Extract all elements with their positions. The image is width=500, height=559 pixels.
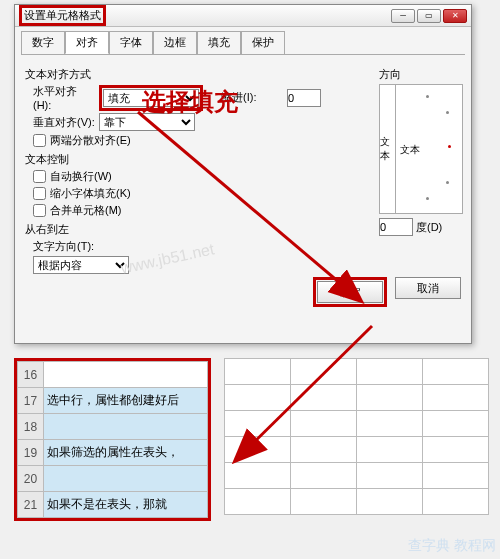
cell[interactable] (44, 414, 208, 440)
tab-number[interactable]: 数字 (21, 31, 65, 54)
vertical-align-label: 垂直对齐(V): (33, 115, 95, 130)
watermark-corner: 查字典 教程网 (408, 537, 496, 555)
indent-stepper[interactable] (287, 89, 321, 107)
close-icon[interactable]: ✕ (443, 9, 467, 23)
cell[interactable]: 选中行，属性都创建好后 (44, 388, 208, 414)
maximize-icon[interactable]: ▭ (417, 9, 441, 23)
ok-button[interactable]: 确定 (317, 281, 383, 303)
text-direction-select[interactable]: 根据内容 (33, 256, 129, 274)
row-header[interactable]: 17 (18, 388, 44, 414)
format-cells-dialog: 设置单元格格式 ─ ▭ ✕ 数字 对齐 字体 边框 填充 保护 文本对齐方式 水… (14, 4, 472, 344)
row-header[interactable]: 20 (18, 466, 44, 492)
cell[interactable] (44, 362, 208, 388)
row-header[interactable]: 16 (18, 362, 44, 388)
tab-fill[interactable]: 填充 (197, 31, 241, 54)
horizontal-align-label: 水平对齐(H): (33, 84, 95, 111)
orientation-degree-stepper[interactable] (379, 218, 413, 236)
merge-cells-checkbox[interactable] (33, 204, 46, 217)
orientation-group: 方向 文本 文本 度(D) (379, 63, 463, 236)
orientation-dial[interactable]: 文本 文本 (379, 84, 463, 214)
row-header[interactable]: 18 (18, 414, 44, 440)
cell[interactable]: 如果筛选的属性在表头， (44, 440, 208, 466)
tab-font[interactable]: 字体 (109, 31, 153, 54)
dialog-title: 设置单元格格式 (19, 5, 106, 26)
row-header[interactable]: 21 (18, 492, 44, 518)
minimize-icon[interactable]: ─ (391, 9, 415, 23)
cell[interactable] (44, 466, 208, 492)
tab-strip: 数字 对齐 字体 边框 填充 保护 (15, 27, 471, 54)
tab-border[interactable]: 边框 (153, 31, 197, 54)
cancel-button[interactable]: 取消 (395, 277, 461, 299)
spreadsheet-extra (224, 358, 489, 515)
tab-alignment[interactable]: 对齐 (65, 31, 109, 54)
shrink-to-fit-checkbox[interactable] (33, 187, 46, 200)
text-direction-label: 文字方向(T): (33, 239, 95, 254)
wrap-text-checkbox[interactable] (33, 170, 46, 183)
cell[interactable]: 如果不是在表头，那就 (44, 492, 208, 518)
annotation-select-fill: 选择填充 (142, 86, 238, 118)
row-header[interactable]: 19 (18, 440, 44, 466)
tab-protection[interactable]: 保护 (241, 31, 285, 54)
spreadsheet-selection: 16 17选中行，属性都创建好后 18 19如果筛选的属性在表头， 20 21如… (14, 358, 211, 521)
justify-distributed-checkbox[interactable] (33, 134, 46, 147)
titlebar: 设置单元格格式 ─ ▭ ✕ (15, 5, 471, 27)
